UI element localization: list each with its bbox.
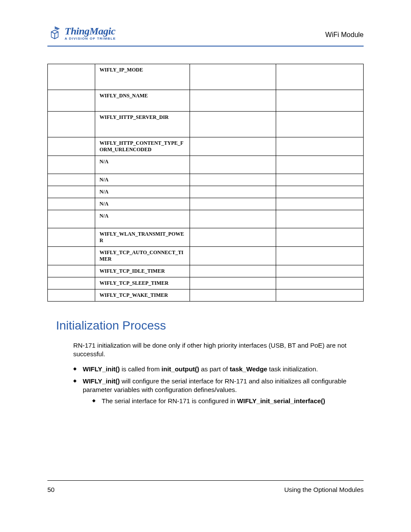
table-row: WIFLY_TCP_SLEEP_TIMER (48, 277, 364, 289)
logo-subtitle: A DIVISION OF TRIMBLE (65, 37, 116, 40)
table-cell (48, 174, 95, 186)
table-cell (48, 277, 95, 289)
table-cell: N/A (95, 174, 190, 186)
table-cell (48, 247, 95, 265)
table-cell (48, 198, 95, 210)
table-row: WIFLY_TCP_IDLE_TIMER (48, 265, 364, 277)
table-cell (48, 112, 95, 137)
table-cell (276, 137, 364, 156)
table-row: N/A (48, 186, 364, 198)
code-ref: WIFLY_init_serial_interface() (237, 397, 325, 404)
table-cell: WIFLY_DNS_NAME (95, 90, 190, 112)
code-ref: init_output() (162, 365, 199, 373)
table-cell (276, 277, 364, 289)
page-header: ThingMagic A DIVISION OF TRIMBLE WiFi Mo… (47, 26, 364, 47)
logo: ThingMagic A DIVISION OF TRIMBLE (47, 26, 116, 42)
table-cell: WIFLY_TCP_SLEEP_TIMER (95, 277, 190, 289)
table-cell (48, 210, 95, 228)
table-row: WIFLY_HTTP_CONTENT_TYPE_FORM_URLENCODED (48, 137, 364, 156)
page-footer: 50 Using the Optional Modules (47, 480, 364, 493)
table-cell (190, 112, 276, 137)
table-cell (276, 186, 364, 198)
code-ref: WIFLY_init() (83, 365, 120, 373)
table-cell (276, 156, 364, 174)
table-cell (190, 289, 276, 302)
intro-paragraph: RN-171 initialization will be done only … (73, 341, 364, 359)
table-cell (190, 64, 276, 90)
table-cell: WIFLY_TCP_WAKE_TIMER (95, 289, 190, 302)
table-cell (276, 174, 364, 186)
header-title: WiFi Module (325, 26, 364, 39)
table-row: N/A (48, 198, 364, 210)
table-cell (276, 198, 364, 210)
table-cell: WIFLY_HTTP_CONTENT_TYPE_FORM_URLENCODED (95, 137, 190, 156)
table-row: N/A (48, 210, 364, 228)
table-cell (276, 265, 364, 277)
table-cell (276, 64, 364, 90)
table-cell (190, 137, 276, 156)
table-cell (190, 174, 276, 186)
table-cell: WIFLY_TCP_IDLE_TIMER (95, 265, 190, 277)
section-heading: Initialization Process (56, 319, 364, 333)
code-ref: task_Wedge (230, 365, 267, 373)
table-cell: N/A (95, 156, 190, 174)
table-cell (276, 289, 364, 302)
table-cell (190, 90, 276, 112)
bullet-list: WIFLY_init() is called from init_output(… (73, 365, 364, 406)
table-cell: N/A (95, 198, 190, 210)
table-row: WIFLY_TCP_AUTO_CONNECT_TIMER (48, 247, 364, 265)
table-cell (276, 228, 364, 247)
table-cell (276, 112, 364, 137)
table-row: WIFLY_WLAN_TRANSMIT_POWER (48, 228, 364, 247)
footer-title: Using the Optional Modules (284, 486, 364, 493)
table-cell (190, 247, 276, 265)
table-cell (48, 186, 95, 198)
page-number: 50 (47, 486, 55, 493)
table-row: N/A (48, 156, 364, 174)
table-cell: N/A (95, 210, 190, 228)
table-cell (190, 265, 276, 277)
table-cell (48, 90, 95, 112)
table-cell (190, 228, 276, 247)
table-cell (276, 247, 364, 265)
sub-list: The serial interface for RN-171 is confi… (92, 397, 364, 405)
table-row: WIFLY_HTTP_SERVER_DIR (48, 112, 364, 137)
table-cell (48, 156, 95, 174)
table-cell (190, 277, 276, 289)
table-cell (48, 265, 95, 277)
code-ref: WIFLY_init() (83, 377, 120, 385)
table-cell (190, 210, 276, 228)
table-cell: WIFLY_HTTP_SERVER_DIR (95, 112, 190, 137)
table-row: N/A (48, 174, 364, 186)
logo-brand: ThingMagic (65, 26, 116, 36)
table-row: WIFLY_DNS_NAME (48, 90, 364, 112)
list-item: WIFLY_init() will configure the serial i… (73, 377, 364, 406)
table-cell (276, 210, 364, 228)
table-cell (48, 289, 95, 302)
table-cell (276, 90, 364, 112)
table-cell (190, 198, 276, 210)
list-item: The serial interface for RN-171 is confi… (92, 397, 364, 405)
table-cell: WIFLY_IP_MODE (95, 64, 190, 90)
list-item: WIFLY_init() is called from init_output(… (73, 365, 364, 373)
table-cell: WIFLY_WLAN_TRANSMIT_POWER (95, 228, 190, 247)
table-cell: WIFLY_TCP_AUTO_CONNECT_TIMER (95, 247, 190, 265)
table-cell: N/A (95, 186, 190, 198)
table-cell (48, 228, 95, 247)
table-cell (48, 64, 95, 90)
wifly-params-table: WIFLY_IP_MODEWIFLY_DNS_NAMEWIFLY_HTTP_SE… (47, 64, 364, 302)
table-row: WIFLY_TCP_WAKE_TIMER (48, 289, 364, 302)
table-cell (48, 137, 95, 156)
table-cell (190, 156, 276, 174)
logo-cube-icon (47, 26, 62, 42)
table-row: WIFLY_IP_MODE (48, 64, 364, 90)
table-cell (190, 186, 276, 198)
